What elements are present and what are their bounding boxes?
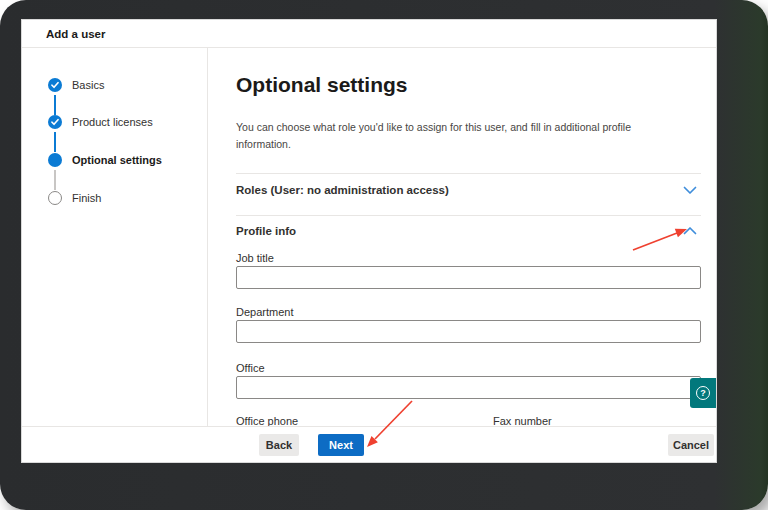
- divider: [236, 173, 701, 174]
- help-icon: ?: [696, 386, 710, 400]
- dialog-title: Add a user: [46, 28, 105, 40]
- page-title: Optional settings: [236, 73, 408, 97]
- optional-settings-panel: Optional settings You can choose what ro…: [208, 48, 716, 426]
- office-phone-label: Office phone: [236, 415, 298, 426]
- step-complete-check-icon: [48, 115, 62, 129]
- wizard-step-label: Product licenses: [72, 116, 153, 128]
- chevron-up-icon[interactable]: [683, 222, 697, 240]
- fax-number-label: Fax number: [493, 415, 552, 426]
- job-title-label: Job title: [236, 252, 274, 265]
- roles-section-label: Roles (User: no administration access): [236, 184, 449, 196]
- wizard-step-optional-settings[interactable]: Optional settings: [48, 153, 162, 167]
- step-connector: [54, 132, 56, 152]
- roles-accordion-header[interactable]: Roles (User: no administration access): [236, 177, 701, 203]
- wizard-step-product-licenses[interactable]: Product licenses: [48, 115, 153, 129]
- page-description: You can choose what role you'd like to a…: [236, 119, 668, 153]
- cancel-button[interactable]: Cancel: [668, 434, 714, 456]
- step-current-dot-icon: [48, 153, 62, 167]
- step-connector: [54, 95, 56, 115]
- dialog-title-bar: Add a user: [22, 20, 716, 48]
- office-label: Office: [236, 362, 265, 375]
- office-input[interactable]: [236, 376, 701, 399]
- dialog-footer: Back Next Cancel: [22, 426, 716, 462]
- step-connector: [54, 170, 56, 190]
- wizard-sidebar: Basics Product licenses Optional setting…: [22, 48, 208, 426]
- wizard-step-basics[interactable]: Basics: [48, 78, 104, 92]
- step-complete-check-icon: [48, 78, 62, 92]
- department-input[interactable]: [236, 320, 701, 343]
- add-user-dialog: Add a user Basics Product licenses: [22, 20, 716, 462]
- help-button[interactable]: ?: [690, 378, 716, 408]
- wizard-step-label: Optional settings: [72, 154, 162, 166]
- profile-info-accordion-header[interactable]: Profile info: [236, 218, 701, 244]
- wizard-step-label: Finish: [72, 192, 101, 204]
- chevron-down-icon[interactable]: [683, 181, 697, 199]
- profile-info-section-label: Profile info: [236, 225, 296, 237]
- wizard-step-finish[interactable]: Finish: [48, 191, 101, 205]
- back-button[interactable]: Back: [259, 434, 299, 456]
- next-button[interactable]: Next: [318, 434, 364, 456]
- screenshot-stage: Add a user Basics Product licenses: [0, 0, 768, 510]
- divider: [236, 215, 701, 216]
- job-title-input[interactable]: [236, 266, 701, 289]
- wizard-step-label: Basics: [72, 79, 104, 91]
- department-label: Department: [236, 306, 293, 319]
- step-upcoming-circle-icon: [48, 191, 62, 205]
